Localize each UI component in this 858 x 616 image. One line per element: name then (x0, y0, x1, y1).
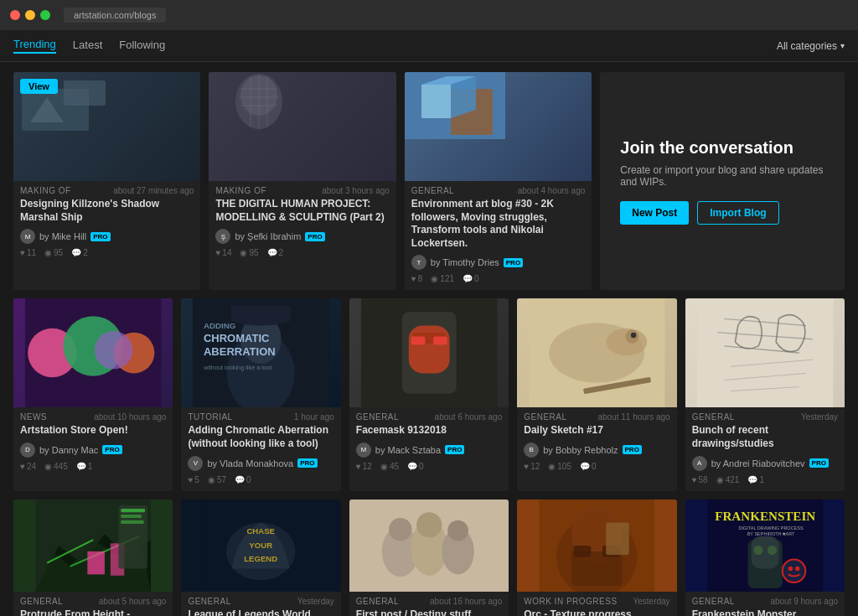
card-destiny-thumb[interactable] (349, 500, 509, 592)
card-author: M by Mack Sztaba PRO (356, 443, 502, 458)
pro-badge: PRO (297, 458, 317, 468)
card-facemask-thumb[interactable] (349, 298, 509, 407)
svg-text:LEGEND: LEGEND (245, 554, 278, 563)
svg-text:ADDING: ADDING (204, 321, 235, 330)
row-3: GENERAL about 5 hours ago Protrude From … (13, 500, 845, 616)
tab-trending[interactable]: Trending (13, 38, 56, 54)
card-time: about 6 hours ago (435, 412, 503, 422)
card-chromatic-info: TUTORIAL 1 hour ago Adding Chromatic Abe… (181, 407, 340, 490)
card-chromatic: ADDING CHROMATIC ABERRATION without look… (181, 298, 340, 490)
card-digital-human: MAKING OF about 3 hours ago THE DIGITAL … (209, 72, 395, 290)
card-orc-info: WORK IN PROGRESS Yesterday Orc - Texture… (517, 592, 676, 616)
svg-text:CHROMATIC: CHROMATIC (204, 332, 270, 344)
browser-chrome: artstation.com/blogs (0, 0, 858, 30)
stat-views: ◉ 45 (380, 462, 399, 471)
url-bar[interactable]: artstation.com/blogs (64, 8, 166, 23)
stat-comments: 💬 2 (267, 248, 284, 257)
card-category: WORK IN PROGRESS (524, 597, 617, 606)
card-env-art: GENERAL about 4 hours ago Environment ar… (405, 72, 592, 290)
card-category: NEWS (20, 412, 47, 422)
stat-views: ◉ 445 (44, 462, 68, 471)
stat-likes: ♥ 11 (20, 248, 36, 257)
svg-rect-42 (697, 298, 834, 407)
card-category: MAKING OF (215, 186, 266, 195)
svg-text:without looking like a tool: without looking like a tool (203, 364, 272, 371)
join-buttons: New Post Import Blog (620, 201, 824, 225)
author-name: by Danny Mac (39, 445, 98, 455)
card-frankenstein: FRANKENSTEIN DIGITAL DRAWING PROCESS BY … (685, 500, 845, 616)
avatar: Ş (215, 229, 230, 244)
svg-point-67 (389, 518, 412, 541)
card-author: Ş by Şefki Ibrahim PRO (215, 229, 389, 244)
pro-badge: PRO (445, 445, 464, 454)
card-orc-thumb[interactable] (517, 500, 676, 592)
card-protrude-thumb[interactable] (13, 500, 173, 592)
card-env-art-thumb[interactable] (405, 72, 592, 181)
stat-views: ◉ 95 (44, 248, 63, 257)
pro-badge: PRO (102, 445, 121, 454)
card-killzone-info: MAKING OF about 27 minutes ago Designing… (13, 181, 200, 264)
card-lol-thumb[interactable]: CHASE YOUR LEGEND (181, 500, 340, 592)
svg-point-86 (768, 546, 777, 555)
svg-rect-78 (606, 522, 629, 555)
card-stats: ♥ 14 ◉ 95 💬 2 (215, 248, 389, 257)
import-blog-button[interactable]: Import Blog (697, 201, 778, 225)
card-title: Artstation Store Open! (20, 424, 166, 437)
card-title: THE DIGITAL HUMAN PROJECT: MODELLING & S… (215, 198, 389, 224)
author-name: by Vlada Monakhova (207, 458, 293, 468)
author-name: by Mack Sztaba (375, 445, 441, 455)
card-stats: ♥ 11 ◉ 95 💬 2 (20, 248, 194, 257)
card-sketch-thumb[interactable] (517, 298, 676, 407)
card-time: about 10 hours ago (94, 412, 166, 422)
card-category: TUTORIAL (188, 412, 232, 422)
card-author: A by Andrei Riabovitchev PRO (692, 456, 838, 471)
card-drawings-thumb[interactable] (685, 298, 845, 407)
card-lol-info: GENERAL Yesterday League of Legends Worl… (181, 592, 340, 616)
pro-badge: PRO (504, 258, 523, 267)
maximize-dot[interactable] (40, 10, 50, 20)
card-destiny: GENERAL about 16 hours ago First post / … (349, 500, 509, 616)
stat-comments: 💬 0 (580, 462, 597, 471)
categories-dropdown[interactable]: All categories (777, 40, 845, 52)
author-name: by Bobby Rebholz (543, 445, 618, 455)
view-button[interactable]: View (20, 79, 58, 94)
tab-latest[interactable]: Latest (73, 39, 102, 53)
card-destiny-info: GENERAL about 16 hours ago First post / … (349, 592, 509, 616)
card-title: Adding Chromatic Aberration (without loo… (188, 424, 333, 450)
pro-badge: PRO (809, 458, 829, 468)
card-drawings: GENERAL Yesterday Bunch of recent drawin… (685, 298, 845, 490)
minimize-dot[interactable] (25, 10, 35, 20)
card-frankenstein-thumb[interactable]: FRANKENSTEIN DIGITAL DRAWING PROCESS BY … (685, 500, 845, 592)
card-author: D by Danny Mac PRO (20, 443, 166, 458)
navbar: Trending Latest Following All categories (0, 30, 858, 62)
stat-comments: 💬 1 (747, 475, 764, 484)
card-title: Protrude From Height - custom Substance … (20, 608, 166, 616)
card-author: M by Mike Hill PRO (20, 229, 194, 244)
card-orc: WORK IN PROGRESS Yesterday Orc - Texture… (517, 500, 676, 616)
card-facemask: GENERAL about 6 hours ago Facemask 91320… (349, 298, 509, 490)
card-store-thumb[interactable] (13, 298, 173, 407)
avatar: M (20, 229, 35, 244)
card-stats: ♥ 24 ◉ 445 💬 1 (20, 462, 166, 471)
card-time: about 9 hours ago (770, 597, 838, 606)
stat-comments: 💬 0 (463, 274, 479, 283)
card-title: Facemask 9132018 (356, 424, 502, 437)
card-killzone: View MAKING OF about 27 minutes ago Desi… (13, 72, 200, 290)
card-category: MAKING OF (20, 186, 71, 195)
close-dot[interactable] (10, 10, 20, 20)
tab-following[interactable]: Following (119, 39, 165, 53)
new-post-button[interactable]: New Post (620, 201, 689, 225)
card-digital-human-thumb[interactable] (209, 72, 395, 181)
stat-likes: ♥ 8 (411, 274, 423, 283)
svg-rect-58 (121, 514, 142, 517)
svg-marker-13 (421, 85, 451, 118)
card-author: T by Timothy Dries PRO (411, 255, 585, 270)
card-category: GENERAL (188, 597, 230, 606)
card-author: B by Bobby Rebholz PRO (524, 443, 669, 458)
card-stats: ♥ 8 ◉ 121 💬 0 (411, 274, 585, 283)
card-chromatic-thumb[interactable]: ADDING CHROMATIC ABERRATION without look… (181, 298, 340, 407)
svg-point-40 (631, 333, 637, 339)
avatar: T (411, 255, 426, 270)
card-killzone-thumb[interactable]: View (13, 72, 200, 181)
stat-likes: ♥ 5 (188, 475, 199, 484)
